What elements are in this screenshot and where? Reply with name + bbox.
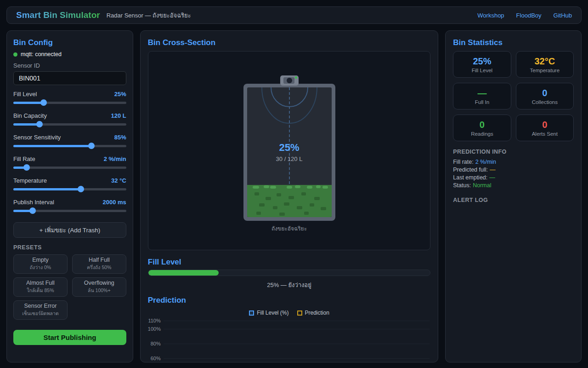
add-trash-button[interactable]: + เพิ่มขยะ (Add Trash) [13,222,126,238]
fill-rate-slider-thumb[interactable] [23,164,30,171]
info-fill-rate: Fill rate:2 %/min [453,158,574,166]
bin-body: 25% 30 / 120 L [243,84,335,221]
fill-level-progress-fill [148,270,219,276]
bin-interior: 25% 30 / 120 L [247,87,332,217]
stat-full-in: — Full In [453,83,511,109]
slider-group-temperature: Temperature 32 °C [13,176,126,192]
stat-readings: 0 Readings [453,115,511,141]
slider-group-publish-interval: Publish Interval 2000 ms [13,198,126,214]
stat-temperature: 32°C Temperature [516,51,574,78]
temperature-slider-label: Temperature [13,177,47,184]
trash-fill [247,185,332,218]
trash-texture [247,185,332,218]
radar-scan-line-icon [289,87,290,184]
nav-link-workshop[interactable]: Workshop [477,12,504,19]
app-title: Smart Bin Simulator [16,10,100,20]
prediction-info-rows: Fill rate:2 %/min Predicted full:— Last … [453,158,574,190]
bin-config-title: Bin Config [13,38,126,47]
bin-caption: ถังขยะอัจฉริยะ [148,224,430,233]
preset-half-full[interactable]: Half Full ครึ่งถัง 50% [72,254,126,274]
temperature-slider[interactable] [13,186,126,192]
sensor-sensitivity-slider[interactable] [13,143,126,149]
fill-level-slider-value: 25% [114,91,126,98]
fill-rate-slider[interactable] [13,164,126,171]
slider-fill [13,145,91,147]
fill-rate-slider-value: 2 %/min [104,155,126,162]
y-tick-60: 60% [148,356,164,361]
bin-statistics-panel: Bin Statistics 25% Fill Level 32°C Tempe… [445,30,582,362]
prediction-chart: 110% 100% 80% 60% [148,318,430,362]
fill-rate-slider-label: Fill Rate [13,155,35,162]
legend-prediction[interactable]: Prediction [297,310,329,316]
bin-capacity-slider-label: Bin Capacity [13,112,47,119]
sensor-id-input[interactable] [13,71,126,85]
info-status: Status:Normal [453,182,574,190]
sensor-id-label: Sensor ID [13,62,126,69]
info-last-emptied: Last emptied:— [453,174,574,182]
radar-sensor-icon [280,75,299,86]
app-subtitle: Radar Sensor — ถังขยะอัจฉริยะ [107,11,478,20]
presets-title: PRESETS [13,244,126,251]
fill-level-progress-bar [148,270,430,276]
cross-section-title: Bin Cross-Section [148,38,430,47]
temperature-slider-value: 32 °C [111,177,126,184]
slider-fill [13,188,81,190]
bin-capacity-slider-thumb[interactable] [36,121,43,127]
slider-rail [13,167,126,169]
alert-log-title: ALERT LOG [453,197,574,203]
slider-fill [13,102,44,104]
header-nav: Workshop FloodBoy GitHub [477,12,572,19]
bin-config-panel: Bin Config mqtt: connected Sensor ID Fil… [6,30,133,362]
prediction-info-title: PREDICTION INFO [453,149,574,155]
temperature-slider-thumb[interactable] [78,186,84,192]
bin-visualization: 25% 30 / 120 L [148,51,430,250]
slider-group-fill-level: Fill Level 25% [13,90,126,106]
bin-cross-section-panel: Bin Cross-Section 25% 30 / 120 L [140,30,438,362]
publish-interval-slider-value: 2000 ms [102,199,126,206]
stat-fill-level: 25% Fill Level [453,51,511,78]
preset-sensor-error[interactable]: Sensor Error เซ็นเซอร์ผิดพลาด [13,300,68,320]
fill-level-status-text: 25% — ยังว่างอยู่ [148,280,430,290]
publish-interval-slider-label: Publish Interval [13,199,54,206]
slider-fill [13,123,40,126]
publish-interval-slider[interactable] [13,207,126,214]
fill-level-slider-label: Fill Level [13,91,37,98]
preset-overflowing[interactable]: Overflowing ล้น 100%+ [72,277,126,297]
sensor-lens-icon [287,78,292,83]
bin-volume: 30 / 120 L [247,155,332,162]
bin-statistics-title: Bin Statistics [453,38,574,47]
sensor-sensitivity-slider-label: Sensor Sensitivity [13,134,61,141]
publish-interval-slider-thumb[interactable] [29,207,36,214]
y-tick-110: 110% [148,318,164,323]
y-tick-80: 80% [148,341,164,346]
prediction-legend-swatch-icon [297,310,302,316]
sensor-sensitivity-slider-value: 85% [114,134,126,141]
bin-capacity-slider[interactable] [13,121,126,127]
y-tick-100: 100% [148,326,164,332]
info-predicted-full: Predicted full:— [453,166,574,174]
stat-alerts-sent: 0 Alerts Sent [516,115,574,141]
slider-group-bin-capacity: Bin Capacity 120 L [13,111,126,127]
chart-legend: Fill Level (%) Prediction [148,309,430,316]
preset-empty[interactable]: Empty ถังว่าง 0% [13,254,68,274]
stat-grid: 25% Fill Level 32°C Temperature — Full I… [453,51,574,141]
nav-link-floodboy[interactable]: FloodBoy [516,12,542,19]
fill-level-slider-thumb[interactable] [40,99,47,106]
mqtt-status-text: mqtt: connected [21,51,62,58]
bin-fill-percent: 25% [247,142,332,154]
bin-capacity-slider-value: 120 L [111,112,126,119]
fill-level-legend-swatch-icon [249,310,254,316]
mqtt-status: mqtt: connected [13,51,126,58]
sensor-sensitivity-slider-thumb[interactable] [88,143,95,149]
app-header: Smart Bin Simulator Radar Sensor — ถังขย… [6,6,582,24]
preset-almost-full[interactable]: Almost Full ใกล้เต็ม 85% [13,277,68,297]
slider-group-sensor-sensitivity: Sensor Sensitivity 85% [13,133,126,149]
bin-readout: 25% 30 / 120 L [247,142,332,162]
nav-link-github[interactable]: GitHub [554,12,572,19]
legend-fill-level[interactable]: Fill Level (%) [249,310,288,316]
fill-level-slider[interactable] [13,99,126,106]
slider-group-fill-rate: Fill Rate 2 %/min [13,155,126,171]
prediction-title: Prediction [148,296,430,305]
preset-grid: Empty ถังว่าง 0% Half Full ครึ่งถัง 50% … [13,254,126,320]
start-publishing-button[interactable]: Start Publishing [13,330,126,345]
